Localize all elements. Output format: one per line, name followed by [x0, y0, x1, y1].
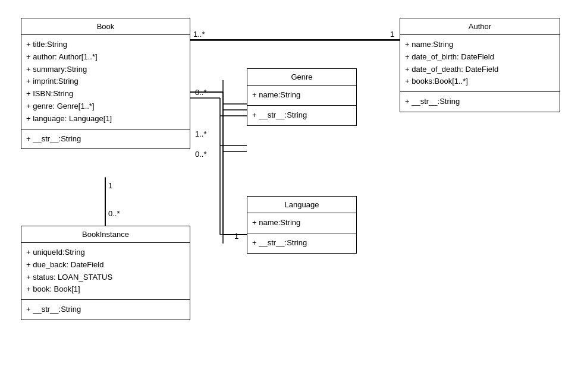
label-book-lang-start: 0..*: [195, 150, 207, 159]
bookinstance-title: BookInstance: [21, 226, 190, 243]
book-attributes: + title:String + author: Author[1..*] + …: [21, 35, 190, 129]
author-methods: + __str__:String: [400, 92, 560, 112]
label-book-author-start: 1..*: [193, 30, 205, 39]
bookinstance-class: BookInstance + uniqueId:String + due_bac…: [21, 226, 190, 320]
bookinstance-methods: + __str__:String: [21, 300, 190, 320]
label-book-inst-end: 0..*: [108, 209, 120, 218]
genre-methods: + __str__:String: [247, 106, 356, 125]
language-methods: + __str__:String: [247, 233, 356, 253]
label-book-genre-1: 0..*: [195, 88, 207, 97]
author-class: Author + name:String + date_of_birth: Da…: [400, 18, 560, 112]
label-book-author-end: 1: [390, 30, 394, 39]
book-methods: + __str__:String: [21, 129, 190, 149]
genre-class: Genre + name:String + __str__:String: [247, 68, 357, 126]
language-attributes: + name:String: [247, 213, 356, 233]
uml-diagram: Book + title:String + author: Author[1..…: [0, 0, 581, 392]
author-attributes: + name:String + date_of_birth: DateField…: [400, 35, 560, 92]
genre-title: Genre: [247, 69, 356, 86]
label-book-genre-2: 1..*: [195, 129, 207, 138]
genre-attributes: + name:String: [247, 86, 356, 106]
language-class: Language + name:String + __str__:String: [247, 196, 357, 254]
label-book-inst-start: 1: [108, 181, 112, 190]
label-book-lang-end: 1: [234, 232, 238, 241]
language-title: Language: [247, 197, 356, 213]
author-title: Author: [400, 18, 560, 35]
book-title: Book: [21, 18, 190, 35]
book-class: Book + title:String + author: Author[1..…: [21, 18, 190, 149]
bookinstance-attributes: + uniqueId:String + due_back: DateField …: [21, 243, 190, 300]
